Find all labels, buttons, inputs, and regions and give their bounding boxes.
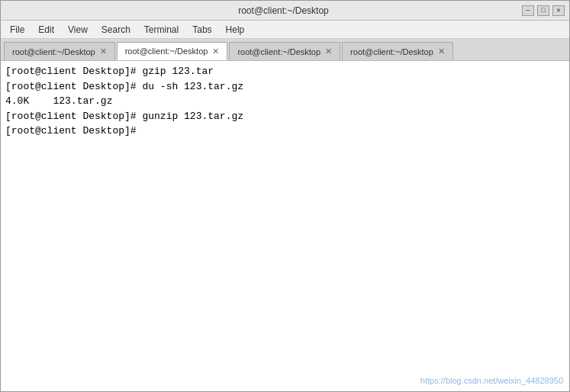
menu-help[interactable]: Help xyxy=(220,23,251,37)
close-button[interactable]: ✕ xyxy=(552,5,565,16)
tab-2[interactable]: root@client:~/Desktop ✕ xyxy=(117,42,228,60)
tabs-bar: root@client:~/Desktop ✕ root@client:~/De… xyxy=(1,39,569,61)
menu-tabs[interactable]: Tabs xyxy=(186,23,217,37)
close-icon: ✕ xyxy=(556,6,560,14)
menu-file[interactable]: File xyxy=(4,23,31,37)
watermark: https://blog.csdn.net/weixin_44828950 xyxy=(420,376,563,385)
terminal-line-3: 4.0K 123.tar.gz xyxy=(5,94,565,109)
menu-view[interactable]: View xyxy=(62,23,94,37)
minimize-button[interactable]: — xyxy=(522,5,534,16)
tab-1-close[interactable]: ✕ xyxy=(100,47,107,56)
tab-2-close[interactable]: ✕ xyxy=(212,47,219,56)
tab-4-label: root@client:~/Desktop xyxy=(350,47,433,56)
tab-4-close[interactable]: ✕ xyxy=(438,47,445,56)
tab-4[interactable]: root@client:~/Desktop ✕ xyxy=(342,42,453,60)
tab-3-label: root@client:~/Desktop xyxy=(237,47,320,56)
tab-3[interactable]: root@client:~/Desktop ✕ xyxy=(229,42,340,60)
tab-1-label: root@client:~/Desktop xyxy=(12,47,95,56)
terminal-line-5: [root@client Desktop]# xyxy=(5,124,565,139)
menu-search[interactable]: Search xyxy=(95,23,137,37)
terminal-body[interactable]: [root@client Desktop]# gzip 123.tar [roo… xyxy=(1,61,569,391)
window-title: root@client:~/Desktop xyxy=(45,5,522,16)
tab-1[interactable]: root@client:~/Desktop ✕ xyxy=(4,42,115,60)
maximize-button[interactable]: □ xyxy=(537,5,549,16)
tab-3-close[interactable]: ✕ xyxy=(325,47,332,56)
maximize-icon: □ xyxy=(541,7,545,14)
terminal-line-4: [root@client Desktop]# gunzip 123.tar.gz xyxy=(5,109,565,124)
terminal-line-1: [root@client Desktop]# gzip 123.tar xyxy=(5,64,565,79)
tab-2-label: root@client:~/Desktop xyxy=(125,47,208,56)
title-bar: root@client:~/Desktop — □ ✕ xyxy=(1,1,569,21)
menubar: File Edit View Search Terminal Tabs Help xyxy=(1,21,569,39)
minimize-icon: — xyxy=(526,7,530,14)
window-controls: — □ ✕ xyxy=(522,5,565,16)
menu-edit[interactable]: Edit xyxy=(32,23,60,37)
menu-terminal[interactable]: Terminal xyxy=(138,23,185,37)
terminal-window: root@client:~/Desktop — □ ✕ File Edit Vi… xyxy=(0,0,570,392)
terminal-line-2: [root@client Desktop]# du -sh 123.tar.gz xyxy=(5,79,565,95)
